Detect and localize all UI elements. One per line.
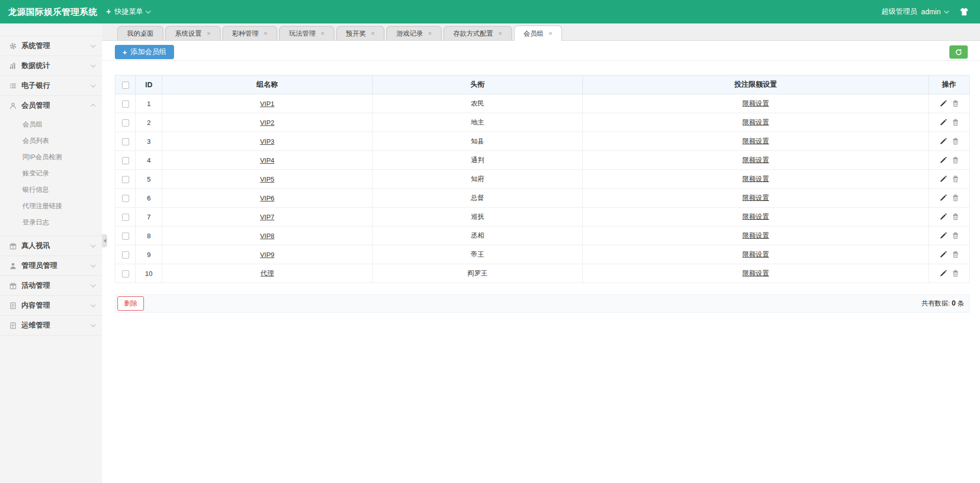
limit-setting-link[interactable]: 限额设置 [743, 99, 769, 107]
limit-setting-link[interactable]: 限额设置 [743, 213, 769, 220]
group-name-link[interactable]: VIP6 [260, 194, 274, 202]
table-header-row: ID组名称头衔投注限额设置操作 [115, 75, 970, 94]
sidebar-item-7[interactable]: 内容管理 [0, 296, 102, 315]
add-member-group-button[interactable]: + 添加会员组 [115, 45, 174, 59]
tab-2[interactable]: 彩种管理 × [223, 26, 278, 40]
row-checkbox[interactable] [122, 195, 129, 202]
edit-icon[interactable] [940, 270, 947, 277]
group-name-link[interactable]: VIP9 [260, 251, 274, 259]
limit-setting-link[interactable]: 限额设置 [743, 232, 769, 239]
sidebar-subitem[interactable]: 代理注册链接 [0, 198, 102, 214]
sidebar-subitem[interactable]: 登录日志 [0, 214, 102, 231]
sidebar-subitem[interactable]: 会员组 [0, 116, 102, 133]
sidebar-item-5[interactable]: 管理员管理 [0, 256, 102, 275]
group-name-link[interactable]: VIP4 [260, 157, 274, 164]
chevron-down-icon [91, 263, 96, 268]
trash-icon[interactable] [952, 270, 959, 277]
select-all-checkbox[interactable] [122, 82, 129, 89]
edit-icon[interactable] [940, 232, 947, 239]
edit-icon[interactable] [940, 175, 947, 183]
edit-icon[interactable] [940, 157, 947, 164]
row-checkbox[interactable] [122, 214, 129, 221]
quick-menu-button[interactable]: + 快捷菜单 [106, 7, 150, 16]
tab-label: 预开奖 [346, 29, 366, 38]
row-checkbox[interactable] [122, 270, 129, 277]
row-title-cell: 总督 [373, 189, 583, 208]
limit-setting-link[interactable]: 限额设置 [743, 250, 769, 258]
sidebar-item-4[interactable]: 真人视讯 [0, 236, 102, 256]
row-checkbox[interactable] [122, 138, 129, 145]
limit-setting-link[interactable]: 限额设置 [743, 269, 769, 277]
tab-close-icon[interactable]: × [321, 30, 325, 37]
tab-label: 会员组 [524, 29, 544, 38]
sidebar-item-label: 管理员管理 [21, 261, 91, 270]
sidebar-item-6[interactable]: 活动管理 [0, 276, 102, 295]
row-checkbox[interactable] [122, 157, 129, 164]
tab-0[interactable]: 我的桌面 [117, 26, 163, 40]
trash-icon[interactable] [952, 232, 959, 239]
limit-setting-link[interactable]: 限额设置 [743, 156, 769, 164]
sidebar-item-0[interactable]: 系统管理 [0, 36, 102, 56]
sidebar-collapse-handle[interactable] [102, 234, 107, 247]
edit-icon[interactable] [940, 251, 947, 258]
tab-close-icon[interactable]: × [498, 30, 502, 37]
trash-icon[interactable] [952, 138, 959, 145]
tab-4[interactable]: 预开奖 × [336, 26, 385, 40]
user-menu[interactable]: 超级管理员 admin [881, 7, 948, 16]
row-checkbox[interactable] [122, 100, 129, 108]
group-name-link[interactable]: VIP8 [260, 232, 274, 240]
row-checkbox[interactable] [122, 233, 129, 240]
table-row: 9 VIP9 帝王 限额设置 [115, 245, 970, 264]
top-bar: 龙源国际娱乐管理系统 + 快捷菜单 超级管理员 admin [0, 0, 980, 23]
tab-1[interactable]: 系统设置 × [165, 26, 220, 40]
trash-icon[interactable] [952, 100, 959, 107]
row-id-cell: 8 [136, 226, 162, 245]
sidebar-subitem[interactable]: 同IP会员检测 [0, 149, 102, 165]
sidebar-subitem[interactable]: 账变记录 [0, 165, 102, 182]
edit-icon[interactable] [940, 119, 947, 126]
tab-3[interactable]: 玩法管理 × [279, 26, 334, 40]
group-name-link[interactable]: VIP1 [260, 100, 274, 108]
row-checkbox[interactable] [122, 251, 129, 259]
group-name-link[interactable]: VIP3 [260, 138, 274, 145]
sidebar: 系统管理 数据统计 电子银行 会员管理 会员组会员列表同IP会员检测账变记录银行… [0, 23, 102, 483]
tab-7[interactable]: 会员组 × [514, 26, 562, 41]
tab-5[interactable]: 游戏记录 × [386, 26, 442, 40]
row-checkbox[interactable] [122, 176, 129, 183]
tab-close-icon[interactable]: × [264, 30, 268, 37]
tab-6[interactable]: 存款方式配置 × [444, 26, 512, 40]
trash-icon[interactable] [952, 175, 959, 183]
tab-close-icon[interactable]: × [428, 30, 432, 37]
limit-setting-link[interactable]: 限额设置 [743, 137, 769, 145]
group-name-link[interactable]: VIP5 [260, 175, 274, 183]
sidebar-subitem[interactable]: 银行信息 [0, 182, 102, 198]
refresh-button[interactable] [949, 45, 968, 59]
edit-icon[interactable] [940, 138, 947, 145]
trash-icon[interactable] [952, 194, 959, 201]
edit-icon[interactable] [940, 100, 947, 107]
sidebar-item-3[interactable]: 会员管理 [0, 96, 102, 115]
group-name-link[interactable]: VIP2 [260, 119, 274, 126]
delete-selected-button[interactable]: 删除 [117, 296, 144, 311]
trash-icon[interactable] [952, 213, 959, 220]
tab-close-icon[interactable]: × [371, 30, 375, 37]
theme-shirt-icon[interactable] [960, 8, 969, 16]
sidebar-subitem[interactable]: 会员列表 [0, 133, 102, 149]
sidebar-item-8[interactable]: 运维管理 [0, 316, 102, 335]
limit-setting-link[interactable]: 限额设置 [743, 194, 769, 201]
edit-icon[interactable] [940, 194, 947, 201]
limit-setting-link[interactable]: 限额设置 [743, 175, 769, 183]
tab-close-icon[interactable]: × [549, 30, 553, 37]
tab-close-icon[interactable]: × [207, 30, 211, 37]
trash-icon[interactable] [952, 251, 959, 258]
trash-icon[interactable] [952, 157, 959, 164]
sidebar-item-2[interactable]: 电子银行 [0, 76, 102, 95]
row-checkbox[interactable] [122, 119, 129, 126]
group-name-link[interactable]: VIP7 [260, 213, 274, 221]
tab-label: 玩法管理 [289, 29, 315, 38]
edit-icon[interactable] [940, 213, 947, 220]
limit-setting-link[interactable]: 限额设置 [743, 118, 769, 126]
sidebar-item-1[interactable]: 数据统计 [0, 56, 102, 75]
trash-icon[interactable] [952, 119, 959, 126]
group-name-link[interactable]: 代理 [261, 269, 274, 277]
